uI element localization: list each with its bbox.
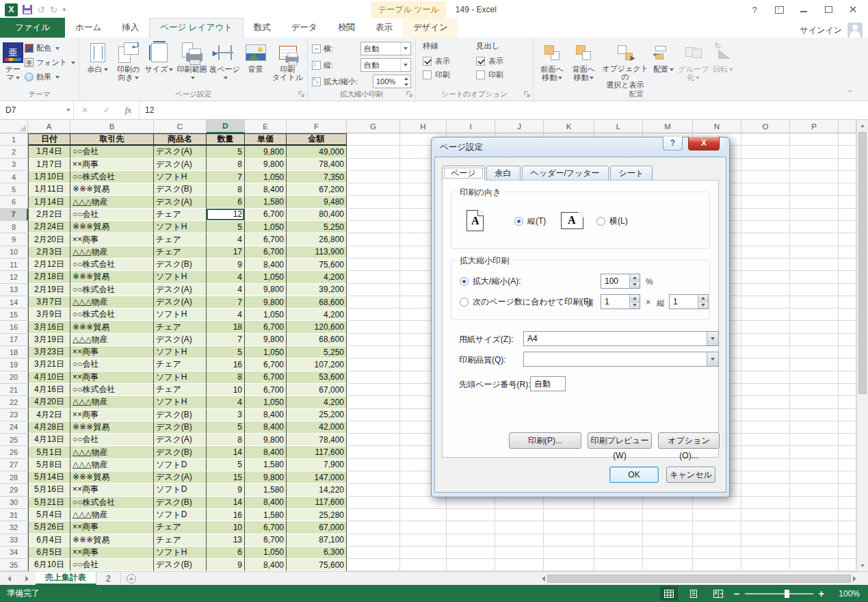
scroll-left-icon[interactable] — [542, 576, 545, 581]
minimize-icon[interactable] — [800, 8, 807, 12]
grid-cell[interactable] — [741, 171, 790, 183]
table-cell[interactable]: ○○会社 — [70, 358, 154, 371]
table-cell[interactable]: 2月3日 — [28, 246, 70, 259]
select-all-corner[interactable] — [0, 120, 28, 133]
table-cell[interactable]: 5月4日 — [28, 509, 70, 521]
grid-cell[interactable] — [347, 547, 400, 559]
grid-cell[interactable] — [741, 284, 790, 296]
grid-cell[interactable] — [741, 321, 790, 333]
table-cell[interactable]: 1月4日 — [28, 146, 70, 158]
table-cell[interactable]: 9,800 — [245, 296, 287, 309]
row-header-30[interactable]: 30 — [0, 497, 28, 509]
sheet-nav-right-icon[interactable] — [25, 576, 29, 581]
grid-cell[interactable] — [790, 296, 839, 309]
grid-cell[interactable] — [693, 521, 741, 534]
table-cell[interactable]: 120,600 — [287, 321, 347, 333]
row-header-16[interactable]: 16 — [0, 321, 28, 333]
table-cell[interactable]: 6,300 — [287, 547, 347, 559]
table-cell[interactable]: 14,220 — [287, 484, 347, 496]
table-cell[interactable]: デスク(A) — [154, 284, 207, 296]
table-cell[interactable]: 5月1日 — [28, 446, 70, 458]
table-cell[interactable]: ××商事 — [70, 159, 154, 171]
grid-cell[interactable] — [347, 484, 400, 496]
orientation-button[interactable]: ⤾ 印刷の 向き — [113, 40, 144, 89]
table-cell[interactable]: 2月18日 — [28, 271, 70, 283]
selection-pane-button[interactable]: ➤ オブジェクトの 選択と表示 — [600, 40, 651, 89]
undo-icon[interactable]: ↺ — [37, 5, 45, 14]
grid-cell[interactable] — [447, 559, 495, 571]
grid-cell[interactable] — [347, 171, 400, 183]
grid-cell[interactable] — [741, 271, 790, 283]
row-header-12[interactable]: 12 — [0, 271, 28, 283]
new-sheet-button[interactable]: + — [121, 572, 142, 585]
table-cell[interactable]: △△△物産 — [70, 459, 154, 471]
table-cell[interactable]: 8,400 — [245, 409, 287, 421]
table-cell[interactable]: △△△物産 — [70, 334, 154, 346]
table-cell[interactable]: ソフトH — [154, 309, 207, 321]
grid-cell[interactable] — [790, 509, 839, 521]
grid-cell[interactable] — [790, 309, 839, 321]
grid-cell[interactable] — [741, 434, 790, 446]
margins-button[interactable]: 余白 — [82, 40, 113, 89]
page-break-view-icon[interactable] — [709, 586, 727, 601]
table-cell[interactable]: 26,800 — [287, 233, 347, 246]
table-cell[interactable]: 5月8日 — [28, 459, 70, 471]
adjust-to-radio[interactable]: 拡大/縮小(A): — [460, 276, 521, 287]
table-cell[interactable]: ソフトH — [154, 271, 207, 283]
table-cell[interactable]: チェア — [154, 384, 207, 396]
table-cell[interactable]: 5月16日 — [28, 484, 70, 496]
table-cell[interactable]: ××商事 — [70, 409, 154, 421]
grid-cell[interactable] — [790, 459, 839, 471]
grid-cell[interactable] — [741, 334, 790, 346]
table-cell[interactable]: 9,800 — [245, 471, 287, 484]
table-cell[interactable]: 6月4日 — [28, 534, 70, 547]
grid-cell[interactable] — [790, 446, 839, 458]
grid-cell[interactable] — [741, 471, 790, 484]
table-cell[interactable]: ○○会社 — [70, 559, 154, 571]
table-cell[interactable]: 67,200 — [287, 183, 347, 196]
table-header-cell[interactable]: 商品名 — [154, 133, 207, 146]
grid-cell[interactable] — [790, 171, 839, 183]
table-cell[interactable]: 6,700 — [245, 209, 287, 221]
grid-cell[interactable] — [347, 371, 400, 384]
grid-cell[interactable] — [347, 334, 400, 346]
print-button[interactable]: 印刷(P)... — [509, 432, 581, 449]
table-cell[interactable]: 78,400 — [287, 159, 347, 171]
theme-fonts-button[interactable]: 亜フォント — [23, 55, 77, 70]
table-cell[interactable]: △△△物産 — [70, 296, 154, 309]
table-cell[interactable]: ※※※貿易 — [70, 183, 154, 196]
table-cell[interactable]: 53,600 — [287, 371, 347, 384]
table-cell[interactable]: ※※※貿易 — [70, 471, 154, 484]
ribbon-tab-4[interactable]: 数式 — [244, 18, 281, 38]
table-cell[interactable]: 4 — [207, 233, 245, 246]
row-header-33[interactable]: 33 — [0, 534, 28, 547]
row-header-20[interactable]: 20 — [0, 371, 28, 384]
grid-cell[interactable] — [347, 534, 400, 547]
grid-cell[interactable] — [790, 559, 839, 571]
column-header-D[interactable]: D — [207, 120, 245, 133]
grid-cell[interactable] — [741, 421, 790, 434]
table-cell[interactable]: ソフトH — [154, 346, 207, 358]
grid-cell[interactable] — [347, 421, 400, 434]
grid-cell[interactable] — [741, 559, 790, 571]
grid-cell[interactable] — [790, 346, 839, 358]
table-cell[interactable]: 25,200 — [287, 409, 347, 421]
table-cell[interactable]: デスク(B) — [154, 259, 207, 271]
table-cell[interactable]: ※※※貿易 — [70, 221, 154, 233]
table-cell[interactable]: 107,200 — [287, 358, 347, 371]
table-cell[interactable]: ××商事 — [70, 346, 154, 358]
grid-cell[interactable] — [594, 509, 643, 521]
dialog-close-icon[interactable]: X — [688, 137, 720, 150]
zoom-spinner[interactable]: 100 — [601, 274, 640, 289]
grid-cell[interactable] — [347, 146, 400, 158]
table-cell[interactable]: 117,600 — [287, 497, 347, 509]
zoom-out-icon[interactable]: − — [734, 588, 739, 599]
table-cell[interactable]: 7 — [207, 296, 245, 309]
zoom-in-icon[interactable]: + — [819, 588, 824, 599]
grid-cell[interactable] — [790, 434, 839, 446]
table-cell[interactable]: 4月2日 — [28, 409, 70, 421]
row-header-32[interactable]: 32 — [0, 521, 28, 534]
table-cell[interactable]: 4月13日 — [28, 434, 70, 446]
grid-cell[interactable] — [790, 133, 839, 146]
grid-cell[interactable] — [400, 521, 447, 534]
